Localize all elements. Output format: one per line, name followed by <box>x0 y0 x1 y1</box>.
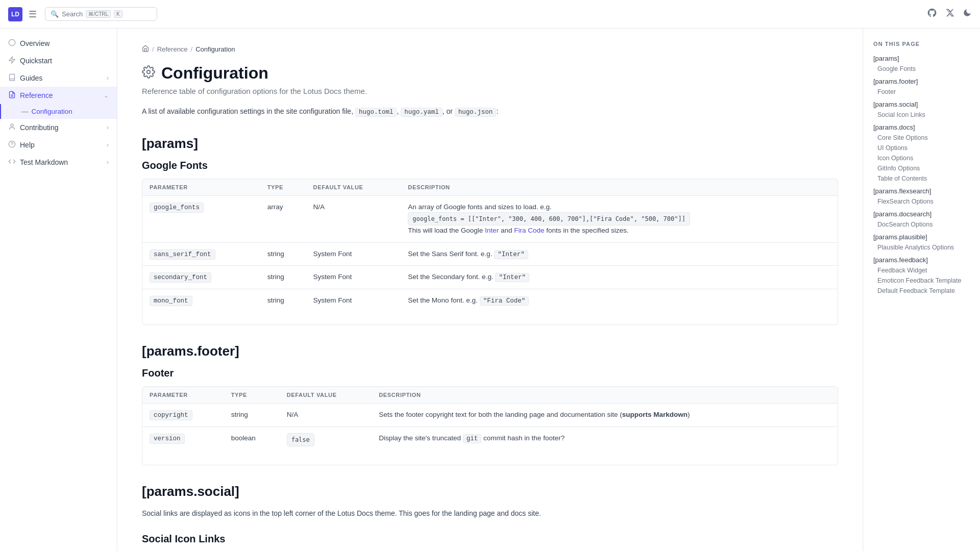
layout: Overview Quickstart Guides › Reference ⌄… <box>0 29 980 551</box>
toc-item-google-fonts[interactable]: Google Fonts <box>871 64 980 74</box>
contributing-icon <box>8 123 16 132</box>
col-type: TYPE <box>260 179 306 196</box>
sidebar-subitem-configuration[interactable]: — Configuration <box>0 104 117 119</box>
google-fonts-example: google_fonts = [["Inter", "300, 400, 600… <box>408 212 690 226</box>
table-row: secondary_font string System Font Set th… <box>142 266 838 289</box>
col-description: DESCRIPTION <box>372 387 838 404</box>
mono-font-example: "Fira Code" <box>480 296 529 306</box>
breadcrumb-current: Configuration <box>195 45 235 53</box>
sidebar-item-test-markdown[interactable]: Test Markdown › <box>0 154 117 171</box>
sidebar: Overview Quickstart Guides › Reference ⌄… <box>0 29 117 551</box>
social-icon-links-title: Social Icon Links <box>142 533 838 545</box>
github-icon[interactable] <box>927 8 937 20</box>
toc-item-default-feedback[interactable]: Default Feedback Template <box>871 286 980 296</box>
search-label: Search <box>62 10 83 18</box>
toc-item-params-docs[interactable]: [params.docs] <box>871 122 980 133</box>
toc-item-gitinfo-options[interactable]: GitInfo Options <box>871 163 980 173</box>
type-cell: string <box>260 242 306 266</box>
sidebar-item-quickstart[interactable]: Quickstart <box>0 52 117 69</box>
type-cell: string <box>224 403 280 427</box>
toc-item-params[interactable]: [params] <box>871 53 980 64</box>
quickstart-icon <box>8 56 16 65</box>
desc-cell: Display the site's truncated git commit … <box>372 427 838 453</box>
type-cell: boolean <box>224 427 280 453</box>
gear-icon <box>142 65 155 82</box>
fira-code-link[interactable]: Fira Code <box>514 227 544 234</box>
table-row: copyright string N/A Sets the footer cop… <box>142 403 838 427</box>
table-header-row: PARAMETER TYPE DEFAULT VALUE DESCRIPTION <box>142 179 838 196</box>
type-cell: string <box>260 266 306 289</box>
google-fonts-table: PARAMETER TYPE DEFAULT VALUE DESCRIPTION… <box>142 179 838 325</box>
sidebar-label-contributing: Contributing <box>20 123 59 132</box>
col-description: DESCRIPTION <box>401 179 838 196</box>
toc-item-core-site-options[interactable]: Core Site Options <box>871 133 980 143</box>
toc-item-social-icon-links[interactable]: Social Icon Links <box>871 110 980 120</box>
param-name-mono-font: mono_font <box>150 296 192 306</box>
col-parameter: PARAMETER <box>142 387 224 404</box>
param-name-sans-serif: sans_serif_font <box>150 249 215 260</box>
toc-item-plausible-analytics[interactable]: Plausible Analytics Options <box>871 242 980 253</box>
guides-chevron: › <box>107 74 109 82</box>
search-bar[interactable]: 🔍 Search ⌘/CTRL K <box>45 7 157 21</box>
table-row: google_fonts array N/A An array of Googl… <box>142 196 838 243</box>
toc-item-docsearch-options[interactable]: DocSearch Options <box>871 219 980 230</box>
toc-item-feedback-widget[interactable]: Feedback Widget <box>871 265 980 276</box>
secondary-font-example: "Inter" <box>495 273 529 282</box>
inter-link[interactable]: Inter <box>485 227 499 234</box>
toc-item-params-feedback[interactable]: [params.feedback] <box>871 255 980 265</box>
test-markdown-chevron: › <box>107 159 109 166</box>
param-name-secondary-font: secondary_font <box>150 272 211 283</box>
toc-item-icon-options[interactable]: Icon Options <box>871 153 980 163</box>
menu-icon[interactable]: ☰ <box>29 9 37 20</box>
table-header-row: PARAMETER TYPE DEFAULT VALUE DESCRIPTION <box>142 387 838 404</box>
toc-item-params-docsearch[interactable]: [params.docsearch] <box>871 209 980 219</box>
search-icon: 🔍 <box>51 10 59 18</box>
params-social-section-title: [params.social] <box>142 480 838 499</box>
reference-chevron: ⌄ <box>104 92 109 99</box>
guides-icon <box>8 73 16 83</box>
toc-item-flexsearch-options[interactable]: FlexSearch Options <box>871 196 980 207</box>
toc-item-ui-options[interactable]: UI Options <box>871 143 980 153</box>
page-header: Configuration <box>142 64 838 83</box>
svg-point-4 <box>11 124 13 127</box>
toc-item-params-social[interactable]: [params.social] <box>871 99 980 110</box>
sidebar-item-reference[interactable]: Reference ⌄ <box>0 87 117 104</box>
breadcrumb-home-icon[interactable] <box>142 45 149 54</box>
toc-item-params-plausible[interactable]: [params.plausible] <box>871 232 980 242</box>
col-default: DEFAULT VALUE <box>280 387 372 404</box>
toc-item-params-flexsearch[interactable]: [params.flexsearch] <box>871 186 980 196</box>
table-row: version boolean false Display the site's… <box>142 427 838 453</box>
sidebar-item-guides[interactable]: Guides › <box>0 69 117 87</box>
toc-item-footer[interactable]: Footer <box>871 87 980 97</box>
table-row: mono_font string System Font Set the Mon… <box>142 289 838 312</box>
config-file-json: hugo.json <box>455 108 497 117</box>
sidebar-label-help: Help <box>20 141 35 149</box>
breadcrumb-reference[interactable]: Reference <box>157 45 188 53</box>
desc-cell: Sets the footer copyright text for both … <box>372 403 838 427</box>
sidebar-item-overview[interactable]: Overview <box>0 35 117 52</box>
contributing-chevron: › <box>107 124 109 131</box>
sidebar-item-contributing[interactable]: Contributing › <box>0 119 117 136</box>
search-kbd2: K <box>114 10 122 18</box>
toc-item-emoticon-feedback[interactable]: Emoticon Feedback Template <box>871 276 980 286</box>
table-row: sans_serif_font string System Font Set t… <box>142 242 838 266</box>
sidebar-label-guides: Guides <box>20 74 42 82</box>
help-icon <box>8 140 16 149</box>
param-name-google-fonts: google_fonts <box>150 203 204 213</box>
sidebar-item-help[interactable]: Help › <box>0 136 117 154</box>
default-cell: N/A <box>306 196 401 243</box>
dark-mode-icon[interactable] <box>963 8 972 20</box>
param-cell: copyright <box>142 403 224 427</box>
test-markdown-icon <box>8 158 16 167</box>
overview-icon <box>8 39 16 48</box>
logo[interactable]: LD <box>8 7 22 21</box>
toc-item-table-of-contents[interactable]: Table of Contents <box>871 173 980 184</box>
twitter-icon[interactable] <box>945 8 954 20</box>
right-sidebar: ON THIS PAGE [params] Google Fonts [para… <box>863 29 980 551</box>
param-cell: secondary_font <box>142 266 260 289</box>
breadcrumb-sep1: / <box>152 45 154 53</box>
toc-title: ON THIS PAGE <box>871 41 980 47</box>
toc-item-params-footer[interactable]: [params.footer] <box>871 76 980 87</box>
topbar: LD ☰ 🔍 Search ⌘/CTRL K <box>0 0 980 29</box>
params-section-title: [params] <box>142 132 838 152</box>
